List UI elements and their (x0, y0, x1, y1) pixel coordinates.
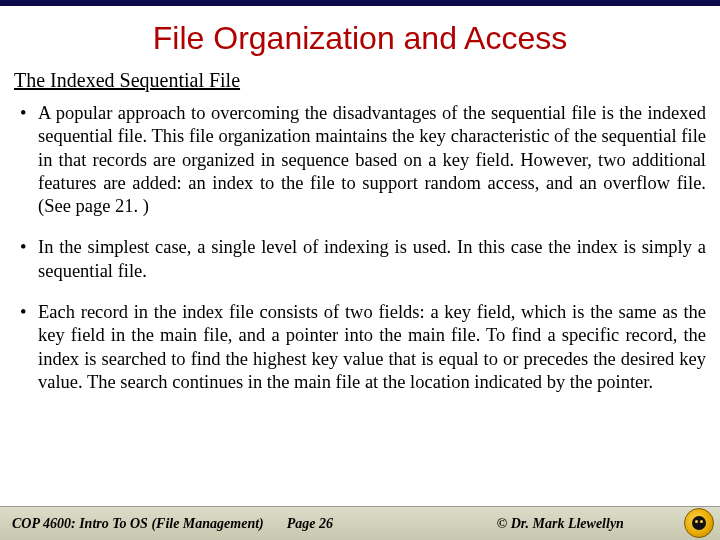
list-item: • Each record in the index file consists… (14, 301, 706, 394)
footer-page: Page 26 (287, 516, 477, 532)
bullet-icon: • (14, 301, 38, 394)
slide-subtitle: The Indexed Sequential File (14, 69, 706, 92)
bullet-icon: • (14, 236, 38, 283)
footer-author: © Dr. Mark Llewellyn (477, 516, 708, 532)
university-logo-icon (684, 508, 714, 538)
slide-body: • A popular approach to overcoming the d… (0, 102, 720, 506)
slide: File Organization and Access The Indexed… (0, 0, 720, 540)
list-item: • In the simplest case, a single level o… (14, 236, 706, 283)
slide-footer: COP 4600: Intro To OS (File Management) … (0, 506, 720, 540)
footer-course: COP 4600: Intro To OS (File Management) (12, 516, 287, 532)
bullet-text: A popular approach to overcoming the dis… (38, 102, 706, 218)
list-item: • A popular approach to overcoming the d… (14, 102, 706, 218)
bullet-icon: • (14, 102, 38, 218)
slide-title: File Organization and Access (0, 20, 720, 57)
bullet-text: Each record in the index file consists o… (38, 301, 706, 394)
bullet-list: • A popular approach to overcoming the d… (14, 102, 706, 394)
bullet-text: In the simplest case, a single level of … (38, 236, 706, 283)
